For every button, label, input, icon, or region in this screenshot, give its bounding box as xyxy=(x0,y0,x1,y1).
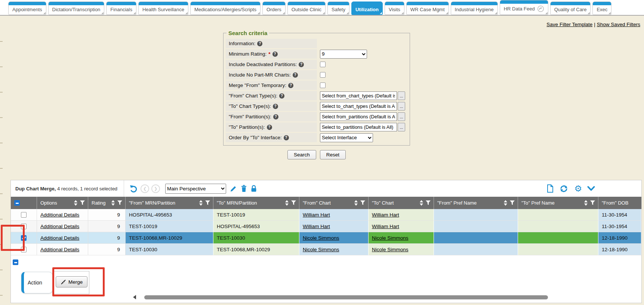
row-checkbox[interactable] xyxy=(21,247,27,252)
sort-icon[interactable] xyxy=(584,200,588,206)
scrollbar-thumb[interactable] xyxy=(144,295,548,299)
additional-details-link[interactable]: Additional Details xyxy=(40,247,79,252)
sort-icon[interactable] xyxy=(111,200,115,206)
from-partitions-input[interactable] xyxy=(320,112,397,121)
column-header-from-chart[interactable]: "From" Chart xyxy=(299,197,369,209)
delete-trash-icon[interactable] xyxy=(241,185,247,192)
forward-icon[interactable]: ❯ xyxy=(151,184,160,193)
lock-icon[interactable] xyxy=(251,185,257,192)
additional-details-link[interactable]: Additional Details xyxy=(40,212,79,218)
from-chart-link[interactable]: William Hart xyxy=(303,224,330,229)
filter-funnel-icon[interactable] xyxy=(291,200,296,205)
filter-funnel-icon[interactable] xyxy=(205,200,210,205)
from-chart-types-input[interactable] xyxy=(320,91,397,100)
tab-financials[interactable]: Financials xyxy=(106,1,136,15)
sort-icon[interactable] xyxy=(74,200,78,206)
tab-utilization[interactable]: Utilization xyxy=(351,1,383,15)
horizontal-scrollbar[interactable] xyxy=(133,295,639,300)
tab-wr-case-mgmt[interactable]: WR Case Mgmt xyxy=(406,1,449,15)
edit-pencil-icon[interactable] xyxy=(230,185,237,192)
additional-details-link[interactable]: Additional Details xyxy=(40,224,79,229)
to-chart-link[interactable]: Nicole Simmons xyxy=(372,247,409,252)
tab-exec[interactable]: Exec xyxy=(592,1,611,15)
save-filter-template-link[interactable]: Save Filter Template xyxy=(546,22,592,27)
sort-icon[interactable] xyxy=(199,200,203,206)
column-header-to-pref-name[interactable]: "To" Pref Name xyxy=(518,197,598,209)
new-record-document-icon[interactable] xyxy=(547,184,554,193)
help-icon[interactable]: ? xyxy=(267,125,272,130)
scroll-left-icon[interactable] xyxy=(133,295,136,299)
order-by-interface-select[interactable]: Select Interface xyxy=(320,133,373,142)
row-checkbox-checked[interactable] xyxy=(21,235,27,241)
tab-medications-allergies-scripts[interactable]: Medications/Allergies/Scripts xyxy=(190,1,261,15)
tab-appointments[interactable]: Appointments xyxy=(8,1,46,15)
to-partitions-browse-button[interactable]: ... xyxy=(398,123,405,131)
minimum-rating-select[interactable]: 9 xyxy=(320,50,367,59)
include-no-part-mr-charts-checkbox[interactable] xyxy=(320,72,326,78)
tab-outside-clinic[interactable]: Outside Clinic xyxy=(287,1,326,15)
filter-funnel-icon[interactable] xyxy=(117,200,122,205)
sort-icon[interactable] xyxy=(285,200,289,206)
to-partitions-input[interactable] xyxy=(320,123,397,131)
column-header-options[interactable]: Options xyxy=(37,197,88,209)
row-checkbox[interactable] xyxy=(21,224,27,229)
refresh-icon[interactable] xyxy=(560,184,568,193)
help-icon[interactable]: ? xyxy=(293,72,298,78)
filter-funnel-icon[interactable] xyxy=(80,200,85,205)
column-header-to-mrn-partition[interactable]: "To" MRN/Partition xyxy=(213,197,299,209)
search-button[interactable]: Search xyxy=(287,150,316,159)
to-chart-link[interactable]: William Hart xyxy=(372,212,399,218)
tab-safety[interactable]: Safety xyxy=(327,1,349,15)
to-chart-link[interactable]: William Hart xyxy=(372,224,399,229)
filter-funnel-icon[interactable] xyxy=(510,200,515,205)
tab-industrial-hygiene[interactable]: Industrial Hygiene xyxy=(451,1,498,15)
merge-from-temporary-checkbox[interactable] xyxy=(320,83,326,88)
filter-funnel-icon[interactable] xyxy=(360,200,365,205)
tab-visits[interactable]: Visits xyxy=(385,1,404,15)
from-chart-link[interactable]: Nicole Simmons xyxy=(303,235,339,241)
additional-details-link[interactable]: Additional Details xyxy=(40,235,79,241)
tab-dictation-transcription[interactable]: Dictation/Transcription xyxy=(48,1,105,15)
sort-icon[interactable] xyxy=(419,200,423,206)
help-icon[interactable]: ? xyxy=(257,41,262,46)
tab-quality-of-care[interactable]: Quality of Care xyxy=(550,1,591,15)
settings-gear-icon[interactable]: ⚙ xyxy=(574,184,582,193)
help-icon[interactable]: ? xyxy=(279,93,284,99)
help-icon[interactable]: ? xyxy=(273,114,278,119)
tab-health-surveillance[interactable]: Health Surveillance xyxy=(138,1,188,15)
column-header-from-dob[interactable]: "From" DOB xyxy=(598,197,641,209)
include-deactivated-partitions-checkbox[interactable] xyxy=(320,62,326,67)
help-icon[interactable]: ? xyxy=(299,62,304,67)
help-icon[interactable]: ? xyxy=(288,83,293,88)
back-icon[interactable]: ❮ xyxy=(141,184,149,193)
action-tab[interactable]: Action xyxy=(21,272,53,293)
undo-icon[interactable] xyxy=(129,184,138,193)
sort-icon[interactable] xyxy=(354,200,358,206)
help-icon[interactable]: ? xyxy=(284,135,289,140)
filter-funnel-icon[interactable] xyxy=(590,200,595,205)
column-header-from-mrn-partition[interactable]: "From" MRN/Partition xyxy=(126,197,213,209)
column-header-to-chart[interactable]: "To" Chart xyxy=(369,197,434,209)
to-chart-link[interactable]: Nicole Simmons xyxy=(372,235,409,241)
tab-orders[interactable]: Orders xyxy=(262,1,286,15)
select-all-checkbox[interactable] xyxy=(14,200,20,206)
tab-hr-data-feed[interactable]: HR Data Feed xyxy=(500,0,548,15)
help-icon[interactable]: ? xyxy=(273,104,278,109)
from-partitions-browse-button[interactable]: ... xyxy=(398,112,405,121)
sort-icon[interactable] xyxy=(503,200,508,206)
help-icon[interactable]: ? xyxy=(272,52,278,57)
collapse-chevron-icon[interactable] xyxy=(587,186,595,191)
row-checkbox[interactable] xyxy=(21,212,27,218)
from-chart-link[interactable]: Nicole Simmons xyxy=(303,247,339,252)
merge-button[interactable]: Merge xyxy=(56,276,87,287)
from-chart-types-browse-button[interactable]: ... xyxy=(398,91,405,100)
column-header-from-pref-name[interactable]: "From" Pref Name xyxy=(434,197,518,209)
show-saved-filters-link[interactable]: Show Saved Filters xyxy=(597,22,640,27)
from-chart-link[interactable]: William Hart xyxy=(303,212,330,218)
column-header-rating[interactable]: Rating xyxy=(88,197,126,209)
filter-funnel-icon[interactable] xyxy=(426,200,431,205)
to-chart-types-input[interactable] xyxy=(320,102,397,111)
collapse-selection-toggle[interactable] xyxy=(13,259,18,267)
to-chart-types-browse-button[interactable]: ... xyxy=(398,102,405,111)
perspective-select[interactable]: Main Perspective xyxy=(165,184,226,194)
